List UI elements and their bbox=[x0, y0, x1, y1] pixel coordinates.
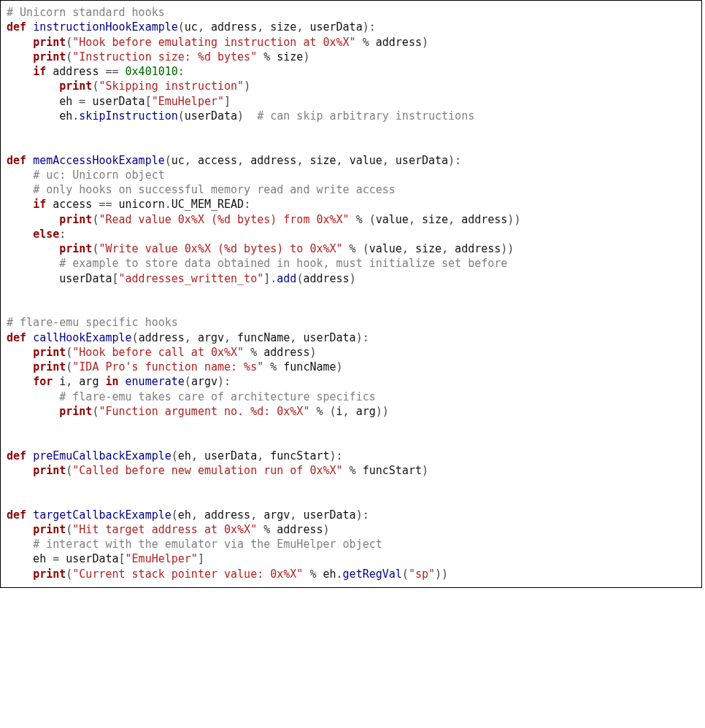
code-token: "Current stack pointer value: 0x%X" bbox=[72, 568, 303, 581]
code-token: userData bbox=[303, 331, 355, 344]
code-token: access bbox=[198, 154, 237, 167]
code-token: uc bbox=[185, 20, 198, 34]
code-token: % bbox=[343, 464, 363, 477]
code-token: # Unicorn standard hooks bbox=[7, 6, 165, 19]
code-token: [ bbox=[119, 552, 126, 565]
code-token bbox=[119, 375, 126, 388]
code-line: print("Hook before emulating instruction… bbox=[7, 35, 696, 50]
code-token: # flare-emu specific hooks bbox=[7, 316, 178, 329]
code-token: ( bbox=[172, 449, 178, 462]
code-token: # flare-emu takes care of architecture s… bbox=[59, 390, 375, 403]
code-line: def preEmuCallbackExample(eh, userData, … bbox=[7, 449, 696, 463]
code-token: "Instruction size: %d bytes" bbox=[72, 50, 257, 63]
code-line: eh = userData["EmuHelper"] bbox=[7, 551, 696, 566]
code-token: , bbox=[198, 20, 211, 34]
code-token: userData bbox=[92, 95, 145, 108]
code-token: def bbox=[7, 20, 26, 34]
code-token: ( bbox=[66, 464, 72, 477]
code-token: arg bbox=[356, 405, 376, 418]
code-token: "Hook before emulating instruction at 0x… bbox=[72, 36, 355, 49]
code-token: ( bbox=[66, 568, 72, 581]
code-token: skipInstruction bbox=[79, 109, 177, 123]
code-token: , bbox=[237, 154, 250, 167]
code-token: = bbox=[79, 95, 92, 108]
code-token: "Hook before call at 0x%X" bbox=[72, 346, 244, 359]
code-token: ): bbox=[356, 331, 369, 344]
code-token bbox=[7, 405, 59, 418]
code-token: funcName bbox=[283, 360, 336, 373]
code-token: # can skip arbitrary instructions bbox=[257, 109, 474, 123]
code-token: UC_MEM_READ bbox=[172, 198, 244, 211]
code-token: print bbox=[33, 360, 66, 373]
code-token: address bbox=[250, 154, 296, 167]
code-token: % bbox=[257, 523, 277, 536]
code-token: userData bbox=[309, 20, 362, 34]
code-token: )) bbox=[376, 405, 389, 418]
code-line: # flare-emu takes care of architecture s… bbox=[7, 390, 696, 404]
code-token: address bbox=[46, 65, 105, 78]
code-line: print("Read value 0x%X (%d bytes) from 0… bbox=[7, 212, 696, 227]
code-line: print("Hit target address at 0x%X" % add… bbox=[7, 522, 696, 537]
code-token: if bbox=[33, 198, 46, 211]
code-line: # example to store data obtained in hook… bbox=[7, 256, 696, 271]
code-token: ) bbox=[244, 80, 250, 93]
code-line: eh.skipInstruction(userData) # can skip … bbox=[7, 109, 696, 123]
code-token: ( bbox=[66, 360, 72, 373]
code-token: address bbox=[303, 272, 349, 285]
code-token: , bbox=[290, 331, 303, 344]
code-token bbox=[7, 523, 33, 536]
code-token: ): bbox=[363, 20, 376, 34]
code-token: print bbox=[33, 346, 66, 359]
code-line: eh = userData["EmuHelper"] bbox=[7, 94, 696, 109]
code-token: funcStart bbox=[270, 449, 329, 462]
code-token: size bbox=[277, 50, 303, 63]
code-token bbox=[7, 375, 33, 388]
code-token bbox=[7, 360, 33, 373]
code-token: # interact with the emulator via the Emu… bbox=[33, 538, 382, 551]
code-token: , bbox=[191, 508, 204, 522]
code-token bbox=[26, 331, 33, 344]
code-token bbox=[7, 568, 33, 581]
code-line: if access == unicorn.UC_MEM_READ: bbox=[7, 197, 696, 212]
code-line bbox=[7, 138, 696, 152]
code-token: size bbox=[415, 242, 442, 255]
code-token: eh bbox=[7, 109, 72, 123]
code-line: # Unicorn standard hooks bbox=[7, 5, 696, 20]
code-token: % bbox=[257, 50, 277, 63]
code-token: . bbox=[336, 568, 343, 581]
code-token: == bbox=[105, 65, 125, 78]
code-token: eh bbox=[178, 449, 191, 462]
code-line: print("Instruction size: %d bytes" % siz… bbox=[7, 50, 696, 64]
code-token bbox=[7, 65, 33, 78]
code-token: ) bbox=[309, 346, 316, 359]
code-token: # uc: Unicorn object bbox=[33, 169, 165, 182]
code-token: enumerate bbox=[126, 375, 185, 388]
code-token: address bbox=[376, 36, 422, 49]
code-token: ) bbox=[303, 50, 309, 63]
code-token: arg bbox=[79, 375, 105, 388]
code-token: % bbox=[263, 360, 283, 373]
code-token: in bbox=[105, 375, 118, 388]
code-token: ) bbox=[237, 109, 257, 123]
code-line: def targetCallbackExample(eh, address, a… bbox=[7, 508, 696, 522]
code-token: unicorn bbox=[119, 198, 165, 211]
code-token: , bbox=[296, 154, 309, 167]
code-token bbox=[26, 154, 33, 167]
code-token: : bbox=[178, 65, 185, 78]
code-token: print bbox=[33, 464, 66, 477]
code-token: , bbox=[382, 154, 396, 167]
code-token: % bbox=[303, 568, 323, 581]
code-token: , bbox=[442, 242, 455, 255]
code-token: ( bbox=[165, 154, 172, 167]
code-token bbox=[7, 198, 33, 211]
code-line: else: bbox=[7, 227, 696, 241]
code-token: )) bbox=[501, 242, 514, 255]
code-block: # Unicorn standard hooksdef instructionH… bbox=[0, 0, 702, 588]
code-token: print bbox=[59, 242, 92, 255]
code-token bbox=[7, 464, 33, 477]
code-token: userData bbox=[185, 109, 237, 123]
code-token: ( bbox=[132, 331, 139, 344]
code-line bbox=[7, 492, 696, 507]
code-token: ( bbox=[185, 375, 191, 388]
code-token: i bbox=[336, 405, 343, 418]
